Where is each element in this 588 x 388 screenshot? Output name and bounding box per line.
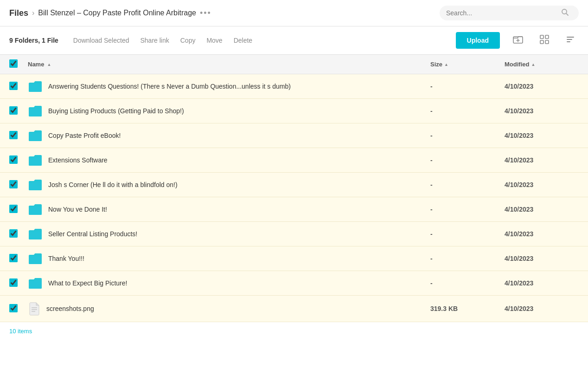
row-checkbox-col (9, 131, 28, 141)
row-size: 319.3 KB (430, 305, 505, 312)
row-size: - (430, 279, 505, 287)
header-check-col (9, 59, 28, 69)
row-checkbox-col (9, 229, 28, 239)
row-checkbox-col (9, 82, 28, 91)
download-selected-button[interactable]: Download Selected (72, 35, 130, 46)
table-row: Extensions Software - 4/10/2023 (0, 148, 588, 173)
row-modified: 4/10/2023 (505, 206, 579, 213)
row-name-col: Josh s Corner (He ll do it with a blindf… (28, 178, 430, 191)
search-input[interactable] (446, 9, 557, 17)
size-sort-arrow[interactable] (444, 62, 448, 67)
row-checkbox[interactable] (9, 180, 18, 188)
grid-view-icon[interactable] (536, 33, 553, 48)
row-modified: 4/10/2023 (505, 305, 579, 312)
row-checkbox[interactable] (9, 131, 18, 139)
table-row: Answering Students Questions! (There s N… (0, 74, 588, 99)
row-name-text[interactable]: Thank You!!! (48, 255, 84, 262)
header-modified-col[interactable]: Modified (505, 61, 579, 68)
header-name-label: Name (28, 61, 44, 68)
row-checkbox[interactable] (9, 278, 18, 287)
header-name-col[interactable]: Name (28, 61, 430, 68)
row-name-text[interactable]: Now You ve Done It! (48, 206, 107, 213)
header-title: Files › Bill Stenzel – Copy Paste Profit… (9, 8, 435, 18)
row-name-text[interactable]: Buying Listing Products (Getting Paid to… (48, 107, 184, 115)
row-checkbox-col (9, 155, 28, 165)
svg-rect-7 (540, 40, 543, 44)
svg-rect-5 (540, 35, 543, 39)
header-size-col[interactable]: Size (430, 61, 505, 68)
row-checkbox-col (9, 278, 28, 288)
row-name-col: Seller Central Listing Products! (28, 227, 430, 240)
folder-icon (28, 252, 43, 265)
new-folder-icon[interactable] (509, 32, 527, 49)
row-name-text[interactable]: Answering Students Questions! (There s N… (48, 83, 291, 90)
row-checkbox[interactable] (9, 106, 18, 115)
row-modified: 4/10/2023 (505, 181, 579, 188)
row-name-text[interactable]: Extensions Software (48, 156, 108, 164)
move-button[interactable]: Move (205, 35, 223, 46)
row-checkbox[interactable] (9, 254, 18, 262)
row-name-col: Extensions Software (28, 154, 430, 167)
row-name-col: screenshots.png (28, 301, 430, 316)
row-modified: 4/10/2023 (505, 230, 579, 238)
row-checkbox-col (9, 180, 28, 190)
folder-icon (28, 227, 43, 240)
row-name-text[interactable]: What to Expect Big Picture! (48, 279, 127, 287)
row-name-col: Copy Paste Profit eBook! (28, 129, 430, 142)
row-modified: 4/10/2023 (505, 107, 579, 115)
row-name-text[interactable]: Josh s Corner (He ll do it with a blindf… (48, 181, 178, 188)
table-header: Name Size Modified (0, 55, 588, 74)
header: Files › Bill Stenzel – Copy Paste Profit… (0, 0, 588, 26)
svg-rect-6 (545, 35, 549, 39)
row-name-text[interactable]: Copy Paste Profit eBook! (48, 132, 121, 139)
row-checkbox-col (9, 106, 28, 116)
svg-line-1 (566, 13, 568, 15)
folder-icon (28, 80, 43, 93)
svg-rect-8 (545, 40, 549, 44)
files-link[interactable]: Files (9, 8, 28, 18)
delete-button[interactable]: Delete (233, 35, 253, 46)
row-name-col: Answering Students Questions! (There s N… (28, 80, 430, 93)
row-checkbox[interactable] (9, 155, 18, 164)
breadcrumb-current: Bill Stenzel – Copy Paste Profit Online … (38, 9, 196, 17)
header-modified-label: Modified (505, 61, 529, 68)
row-checkbox-col (9, 205, 28, 214)
table-row: Thank You!!! - 4/10/2023 (0, 246, 588, 271)
folder-icon (28, 277, 43, 290)
row-name-text[interactable]: screenshots.png (46, 305, 94, 312)
table-row: Seller Central Listing Products! - 4/10/… (0, 222, 588, 246)
row-size: - (430, 107, 505, 115)
row-modified: 4/10/2023 (505, 156, 579, 164)
row-checkbox[interactable] (9, 205, 18, 213)
row-name-col: Buying Listing Products (Getting Paid to… (28, 104, 430, 117)
table-row: Buying Listing Products (Getting Paid to… (0, 99, 588, 123)
row-size: - (430, 206, 505, 213)
row-checkbox-col (9, 304, 28, 314)
copy-button[interactable]: Copy (179, 35, 197, 46)
row-size: - (430, 255, 505, 262)
upload-button[interactable]: Upload (456, 32, 500, 49)
row-size: - (430, 230, 505, 238)
row-checkbox[interactable] (9, 82, 18, 90)
row-size: - (430, 83, 505, 90)
modified-sort-arrow[interactable] (531, 62, 535, 67)
name-sort-arrow[interactable] (47, 62, 51, 67)
row-name-col: Thank You!!! (28, 252, 430, 265)
more-options-button[interactable]: ••• (200, 8, 211, 18)
row-name-text[interactable]: Seller Central Listing Products! (48, 230, 137, 238)
header-size-label: Size (430, 61, 442, 68)
share-link-button[interactable]: Share link (139, 35, 170, 46)
select-all-checkbox[interactable] (9, 59, 18, 68)
table-row: What to Expect Big Picture! - 4/10/2023 (0, 271, 588, 296)
table-row: Josh s Corner (He ll do it with a blindf… (0, 173, 588, 197)
search-bar (440, 6, 579, 20)
row-name-col: Now You ve Done It! (28, 203, 430, 216)
row-modified: 4/10/2023 (505, 83, 579, 90)
sort-icon[interactable] (562, 33, 579, 48)
breadcrumb-separator: › (32, 9, 34, 17)
row-checkbox[interactable] (9, 304, 18, 312)
row-checkbox[interactable] (9, 229, 18, 238)
row-name-col: What to Expect Big Picture! (28, 277, 430, 290)
items-count: 10 items (9, 328, 32, 335)
folder-icon (28, 129, 43, 142)
